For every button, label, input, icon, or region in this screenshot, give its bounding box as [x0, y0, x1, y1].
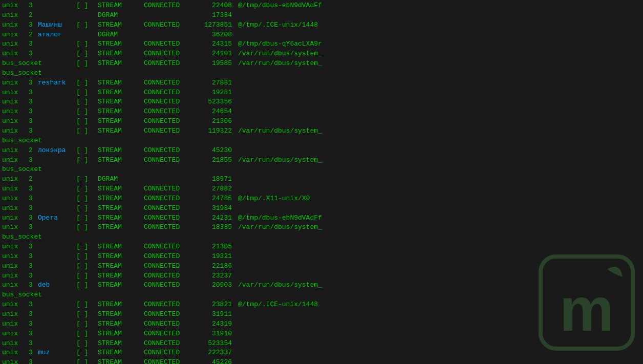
table-row: unix3[ ]STREAMCONNECTED45226 — [2, 358, 641, 364]
table-row: unix3[ ]STREAMCONNECTED21855/var/run/dbu… — [2, 156, 641, 165]
terminal: unix3[ ]STREAMCONNECTED22408@/tmp/dbus-e… — [0, 0, 643, 364]
table-row: unix3[ ]STREAMCONNECTED18385/var/run/dbu… — [2, 223, 641, 232]
table-row: unix2DGRAM17384 — [2, 11, 641, 20]
table-row: unix3[ ]STREAMCONNECTED19281 — [2, 88, 641, 98]
table-row: unix3[ ]STREAMCONNECTED27882 — [2, 184, 641, 194]
linux-mint-logo: m — [535, 251, 638, 354]
table-row: unix3[ ]STREAMCONNECTED21305 — [2, 242, 641, 252]
svg-text:m: m — [560, 275, 614, 344]
table-row: unix3Opera[ ]STREAMCONNECTED24231@/tmp/d… — [2, 213, 641, 223]
table-row: unix3[ ]STREAMCONNECTED31984 — [2, 204, 641, 213]
table-row: unix2[ ]DGRAM18971 — [2, 175, 641, 184]
table-row: unix3[ ]STREAMCONNECTED21306 — [2, 117, 641, 126]
table-row: unix3[ ]STREAMCONNECTED24315@/tmp/dbus-q… — [2, 39, 641, 49]
table-row: bus_socket — [2, 69, 641, 78]
table-row: bus_socket[ ]STREAMCONNECTED19585/var/ru… — [2, 59, 641, 69]
table-row: unix3[ ]STREAMCONNECTED24654 — [2, 107, 641, 117]
table-row: unix3[ ]STREAMCONNECTED119322/var/run/db… — [2, 126, 641, 136]
table-row: bus_socket — [2, 136, 641, 146]
table-row: unix2локэкра[ ]STREAMCONNECTED45230 — [2, 146, 641, 156]
table-row: unix3[ ]STREAMCONNECTED523356 — [2, 97, 641, 107]
table-row: unix3[ ]STREAMCONNECTED24785@/tmp/.X11-u… — [2, 194, 641, 204]
table-row: unix3Машинш[ ]STREAMCONNECTED1273851@/tm… — [2, 20, 641, 30]
table-row: bus_socket — [2, 165, 641, 175]
table-row: bus_socket — [2, 232, 641, 242]
table-row: unix3[ ]STREAMCONNECTED24101/var/run/dbu… — [2, 49, 641, 59]
table-row: unix3reshark[ ]STREAMCONNECTED27881 — [2, 78, 641, 88]
table-row: unix2аталогDGRAM36208 — [2, 30, 641, 40]
table-row: unix3[ ]STREAMCONNECTED22408@/tmp/dbus-e… — [2, 1, 641, 11]
